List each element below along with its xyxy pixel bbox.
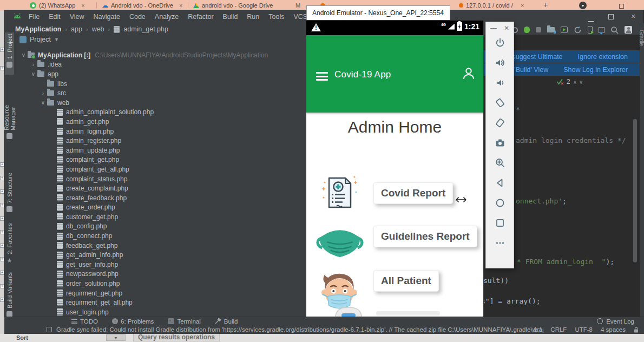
tree-item[interactable]: create_feedback.php xyxy=(14,193,306,203)
close-tab-icon[interactable]: × xyxy=(179,2,182,9)
tab-terminal[interactable]: ›_ Terminal xyxy=(168,318,200,325)
tree-chevron-icon[interactable]: › xyxy=(39,90,47,96)
tree-item[interactable]: complaint_get.php xyxy=(14,155,306,165)
line-separator[interactable]: CRLF xyxy=(550,326,567,333)
breadcrumb-project[interactable]: MyApplication xyxy=(15,25,61,33)
profile-icon[interactable] xyxy=(625,26,632,34)
overview-icon[interactable] xyxy=(494,218,506,228)
tree-item[interactable]: admin_register.php xyxy=(14,136,306,146)
tree-item[interactable]: user_login.php xyxy=(14,307,306,317)
show-log-link[interactable]: Show Log in Explorer xyxy=(563,66,628,74)
browser-tab-whatsapp[interactable]: (2) WhatsApp × xyxy=(30,1,85,10)
rotate-left-icon[interactable] xyxy=(494,97,506,108)
editor-scrollbar[interactable] xyxy=(633,91,637,315)
browser-tab-partial[interactable]: M xyxy=(295,1,300,10)
menu-view[interactable]: View xyxy=(68,12,86,22)
all-patient-button[interactable]: All Patient xyxy=(373,270,439,292)
tree-item[interactable]: complaint_get_all.php xyxy=(14,165,306,174)
ignore-extension-link[interactable]: Ignore extension xyxy=(578,53,628,61)
hamburger-menu-icon[interactable] xyxy=(316,72,328,83)
inspection-widget[interactable]: 2 ∧∨ xyxy=(556,78,585,86)
studio-maximize-button[interactable] xyxy=(608,12,614,22)
browser-tab-gdrive[interactable]: android vdo - Google Drive xyxy=(193,1,273,10)
tree-item[interactable]: customer_get.php xyxy=(14,212,306,222)
tree-item[interactable]: ∨app xyxy=(14,69,306,79)
tree-item[interactable]: db_connect.php xyxy=(14,231,306,241)
tree-item[interactable]: admin_update.php xyxy=(14,146,306,155)
browser-profile-button[interactable]: ▾ xyxy=(579,2,587,9)
zoom-icon[interactable] xyxy=(494,157,506,168)
menu-tools[interactable]: Tools xyxy=(267,12,286,22)
sidebar-tab-build-variants[interactable]: Build Variants xyxy=(5,271,14,323)
sidebar-tab-favorites[interactable]: ★ 2: Favorites xyxy=(5,222,14,267)
sidebar-tab-gradle[interactable]: Gradle xyxy=(639,30,644,46)
profile-person-icon[interactable] xyxy=(462,67,476,83)
run-window-icon[interactable] xyxy=(561,27,568,33)
sort-dropdown[interactable]: ▼ xyxy=(106,334,126,341)
tree-item[interactable]: newpassword.php xyxy=(14,269,306,279)
menu-build[interactable]: Build xyxy=(221,12,240,22)
tree-item[interactable]: requirment_get.php xyxy=(14,288,306,298)
tree-item[interactable]: get_user_info.php xyxy=(14,260,306,269)
screenshot-icon[interactable] xyxy=(494,137,506,148)
menu-code[interactable]: Code xyxy=(128,12,147,22)
breadcrumb-file[interactable]: admin_get.php xyxy=(123,25,168,33)
studio-close-button[interactable]: × xyxy=(631,13,635,19)
breadcrumb-app[interactable]: app xyxy=(71,25,82,33)
tree-item[interactable]: ›src xyxy=(14,88,306,98)
tree-item[interactable]: ∨MyApplication [:]C:\Users\MUNNAFIYA\And… xyxy=(14,50,306,60)
tree-item[interactable]: ›.idea xyxy=(14,60,306,70)
gradle-sync-icon[interactable] xyxy=(574,26,582,34)
studio-minimize-button[interactable] xyxy=(588,15,594,24)
tree-item[interactable]: db_config.php xyxy=(14,222,306,232)
tab-todo[interactable]: TODO xyxy=(71,318,98,325)
browser-restore-button[interactable] xyxy=(619,2,624,10)
tree-item[interactable]: admin_get.php xyxy=(14,117,306,127)
emulator-close-button[interactable]: ✕ xyxy=(504,24,509,34)
menu-edit[interactable]: Edit xyxy=(47,12,62,22)
tab-build[interactable]: Build xyxy=(215,318,238,325)
file-encoding[interactable]: UTF-8 xyxy=(575,326,593,333)
search-icon[interactable] xyxy=(610,26,619,34)
status-message[interactable]: Gradle sync failed: Could not install Gr… xyxy=(56,326,543,333)
tree-item[interactable]: get_admin_info.php xyxy=(14,250,306,260)
tree-item[interactable]: create_complaint.php xyxy=(14,183,306,193)
sdk-manager-icon[interactable] xyxy=(599,27,604,33)
emulator-screen[interactable]: ! 4G 1:21 Covid-19 App Admin Home xyxy=(306,21,483,317)
project-panel-header[interactable]: Project ▼ xyxy=(19,36,59,43)
tree-chevron-icon[interactable]: ∨ xyxy=(39,100,47,106)
volume-up-icon[interactable] xyxy=(494,57,506,68)
tree-item[interactable]: requirment_get_all.php xyxy=(14,298,306,307)
sidebar-tab-resource-manager[interactable]: Resource Manager xyxy=(5,79,14,141)
guidelines-report-button[interactable]: Guidelines Report xyxy=(373,226,477,247)
close-icon[interactable]: × xyxy=(521,2,524,9)
tree-item[interactable]: order_solution.php xyxy=(14,279,306,288)
tree-item[interactable]: feedback_get.php xyxy=(14,241,306,251)
tree-chevron-icon[interactable]: ∨ xyxy=(19,52,28,58)
browser-tab-localhost-covid[interactable]: 127.0.0.1 / covid / xyxy=(459,1,520,10)
debug-icon[interactable] xyxy=(524,27,530,33)
prev-next-icons[interactable]: ∧∨ xyxy=(573,79,586,85)
device-manager-icon[interactable] xyxy=(588,26,593,34)
tab-problems[interactable]: ! 6: Problems xyxy=(112,318,154,325)
breadcrumb-web[interactable]: web xyxy=(92,25,104,33)
stop-icon[interactable] xyxy=(536,27,541,32)
project-tree[interactable]: ∨MyApplication [:]C:\Users\MUNNAFIYA\And… xyxy=(14,50,306,317)
volume-down-icon[interactable] xyxy=(494,77,506,88)
back-icon[interactable] xyxy=(494,177,506,188)
rotate-right-icon[interactable] xyxy=(494,117,506,128)
scrollbar-thumb[interactable] xyxy=(633,119,637,262)
menu-run[interactable]: Run xyxy=(245,12,261,22)
menu-file[interactable]: File xyxy=(27,12,41,22)
tree-item[interactable]: admin_complaint_solution.php xyxy=(14,108,306,117)
tree-item[interactable]: ∨web xyxy=(14,98,306,108)
covid-report-button[interactable]: Covid Report xyxy=(373,182,453,204)
new-tab-button[interactable]: + xyxy=(543,1,548,9)
indent-setting[interactable]: 4 spaces xyxy=(601,326,626,333)
emulator-title-bar[interactable]: Android Emulator - Nexus_One_API_22:5554 xyxy=(306,5,450,21)
menu-navigate[interactable]: Navigate xyxy=(92,12,122,22)
more-icon[interactable] xyxy=(494,238,506,248)
tree-item[interactable]: create_order.php xyxy=(14,203,306,213)
sidebar-tab-project[interactable]: 1: Project xyxy=(5,32,14,75)
home-icon[interactable] xyxy=(494,198,506,208)
